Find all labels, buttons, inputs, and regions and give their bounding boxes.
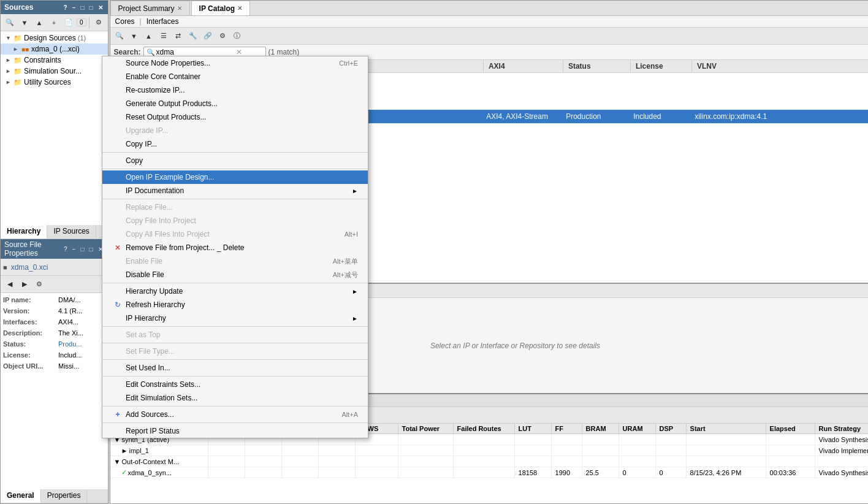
sfp-float-icon[interactable]: □ <box>79 246 85 253</box>
xdma-syn-row[interactable]: ✓ xdma_0_syn... 18158 1990 25.5 0 0 8/15 <box>110 467 868 478</box>
general-tab[interactable]: General <box>1 489 41 503</box>
menu-open-example[interactable]: Open IP Example Design... <box>102 170 368 184</box>
simulation-sources-item[interactable]: ► 📁 Simulation Sour... <box>1 66 108 77</box>
constraints-item[interactable]: ► 📁 Constraints <box>1 55 108 66</box>
ip-wrench-btn[interactable]: 🔧 <box>186 29 200 43</box>
impl-uram <box>619 445 656 456</box>
util-arrow: ► <box>6 79 13 85</box>
ooc-label: Out-of-Context M... <box>121 458 179 465</box>
runs-elapsed-header[interactable]: Elapsed <box>766 424 815 433</box>
menu-source-props-shortcut: Ctrl+E <box>339 59 358 67</box>
sfp-title: Source File Properties <box>4 240 63 258</box>
runs-tp-header[interactable]: Total Power <box>398 424 454 433</box>
sfp-maximize-icon[interactable]: □ <box>88 246 94 253</box>
ip-expand-btn[interactable]: ▲ <box>142 29 156 43</box>
search-input[interactable] <box>156 48 236 56</box>
menu-set-used-in[interactable]: Set Used In... <box>102 361 368 375</box>
ip-info-btn[interactable]: ⓘ <box>230 29 244 43</box>
ooc-row[interactable]: ▼ Out-of-Context M... <box>110 456 868 467</box>
hierarchy-tab[interactable]: Hierarchy <box>1 225 47 239</box>
help-icon[interactable]: ? <box>63 4 69 11</box>
search-button[interactable]: 🔍 <box>3 16 17 29</box>
menu-ip-documentation[interactable]: IP Documentation ► <box>102 184 368 197</box>
menu-recustomize[interactable]: Re-customize IP... <box>102 83 368 97</box>
file-button[interactable]: 📄 <box>62 16 75 29</box>
xdma-syn-name: ✓ xdma_0_syn... <box>110 467 208 478</box>
sfp-minimize-icon[interactable]: − <box>71 246 77 253</box>
description-value: The Xi... <box>58 329 105 339</box>
ip-catalog-label: IP Catalog <box>199 4 235 13</box>
menu-disable-file[interactable]: Disable File Alt+减号 <box>102 268 368 281</box>
vlnv-col-header[interactable]: VLNV <box>692 60 868 72</box>
close-icon[interactable]: ✕ <box>97 4 104 11</box>
search-clear-btn[interactable]: ✕ <box>236 48 242 56</box>
cores-link[interactable]: Cores <box>115 17 135 26</box>
menu-source-node-props[interactable]: Source Node Properties... Ctrl+E <box>102 56 368 70</box>
menu-generate-output[interactable]: Generate Output Products... <box>102 97 368 110</box>
impl-row[interactable]: ► impl_1 Viva <box>110 445 868 456</box>
menu-remove-file[interactable]: ✕ Remove File from Project... _ Delete <box>102 241 368 254</box>
sources-title-bar: Sources ? − □ □ ✕ <box>1 1 108 14</box>
xdma-item[interactable]: ► ■■ xdma_0 (...xci) <box>1 44 108 55</box>
sfp-question-icon[interactable]: ? <box>63 246 69 253</box>
synth-fr <box>454 434 515 445</box>
synth-start <box>687 434 766 445</box>
sfp-back[interactable]: ◀ <box>3 278 17 291</box>
menu-sep-4 <box>102 326 368 327</box>
runs-dsp-header[interactable]: DSP <box>656 424 687 433</box>
ip-search-btn[interactable]: 🔍 <box>113 29 126 43</box>
design-sources-item[interactable]: ▼ 📁 Design Sources (1) <box>1 32 108 44</box>
ip-gear-btn[interactable]: ⚙ <box>216 29 229 43</box>
menu-copy[interactable]: Copy <box>102 154 368 167</box>
utility-sources-item[interactable]: ► 📁 Utility Sources <box>1 77 108 88</box>
sfp-settings[interactable]: ⚙ <box>32 278 46 291</box>
menu-enable-core[interactable]: Enable Core Container <box>102 70 368 83</box>
project-summary-tab[interactable]: Project Summary ✕ <box>110 1 190 15</box>
maximize-icon[interactable]: □ <box>88 4 94 11</box>
ip-catalog-close[interactable]: ✕ <box>237 5 242 12</box>
impl-wns <box>208 445 245 456</box>
sfp-forward[interactable]: ▶ <box>18 278 31 291</box>
menu-reset-output[interactable]: Reset Output Products... <box>102 110 368 124</box>
collapse-button[interactable]: ▼ <box>18 16 31 29</box>
xdma-syn-lut: 18158 <box>515 467 552 478</box>
menu-edit-sim[interactable]: Edit Simulation Sets... <box>102 391 368 405</box>
menu-replace-file: Replace File... <box>102 200 368 214</box>
menu-report-ip[interactable]: Report IP Status <box>102 424 368 438</box>
menu-ip-hierarchy[interactable]: IP Hierarchy ► <box>102 311 368 325</box>
ip-filter-btn[interactable]: ☰ <box>157 29 170 43</box>
interfaces-link[interactable]: Interfaces <box>147 17 179 26</box>
ip-connect-btn[interactable]: ⇄ <box>172 29 185 43</box>
project-summary-close[interactable]: ✕ <box>177 5 182 12</box>
runs-bram-header[interactable]: BRAM <box>582 424 619 433</box>
runs-strategy-header[interactable]: Run Strategy <box>815 424 868 433</box>
ip-link-btn[interactable]: 🔗 <box>201 29 215 43</box>
runs-start-header[interactable]: Start <box>687 424 766 433</box>
status-col-header[interactable]: Status <box>563 60 631 72</box>
ip-catalog-tab[interactable]: IP Catalog ✕ <box>191 1 250 15</box>
expand-button[interactable]: ▲ <box>32 16 46 29</box>
object-uri-value: Missi... <box>58 362 105 372</box>
runs-fr-header[interactable]: Failed Routes <box>454 424 515 433</box>
menu-edit-constraints[interactable]: Edit Constraints Sets... <box>102 378 368 391</box>
minimize-icon[interactable]: − <box>71 4 77 11</box>
menu-refresh-hierarchy[interactable]: ↻ Refresh Hierarchy <box>102 298 368 311</box>
runs-ff-header[interactable]: FF <box>552 424 582 433</box>
menu-copy-ip[interactable]: Copy IP... <box>102 137 368 151</box>
menu-hierarchy-update[interactable]: Hierarchy Update ► <box>102 284 368 298</box>
license-col-header[interactable]: License <box>631 60 692 72</box>
axi-col-header[interactable]: AXI4 <box>484 60 563 72</box>
menu-add-sources[interactable]: + Add Sources... Alt+A <box>102 408 368 421</box>
ip-sources-tab[interactable]: IP Sources <box>47 225 96 239</box>
menu-disable-shortcut: Alt+减号 <box>333 270 358 280</box>
runs-lut-header[interactable]: LUT <box>515 424 552 433</box>
float-icon[interactable]: □ <box>79 4 85 11</box>
sfp-title-bar: Source File Properties ? − □ □ ✕ <box>1 239 108 259</box>
ip-collapse-btn[interactable]: ▼ <box>128 29 141 43</box>
settings-button[interactable]: ⚙ <box>92 16 105 29</box>
properties-tab[interactable]: Properties <box>41 489 88 503</box>
sim-arrow: ► <box>6 68 13 74</box>
add-button[interactable]: + <box>47 16 61 29</box>
dma-license: Included <box>628 111 690 122</box>
runs-uram-header[interactable]: URAM <box>619 424 656 433</box>
